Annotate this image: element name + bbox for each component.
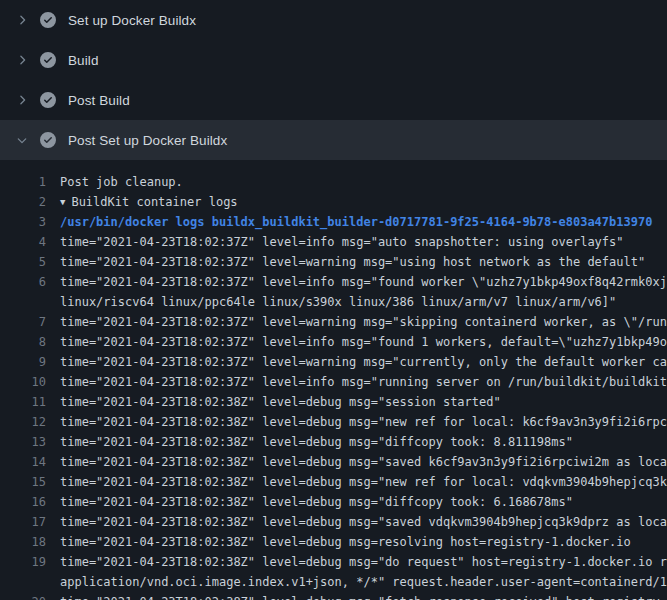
steps-list: Set up Docker Buildx Build Post Build bbox=[0, 0, 667, 160]
step-header[interactable]: Post Build bbox=[0, 80, 667, 120]
line-number[interactable]: 19 bbox=[0, 552, 46, 572]
line-number[interactable]: 7 bbox=[0, 312, 46, 332]
line-number[interactable]: 18 bbox=[0, 532, 46, 552]
check-circle-icon bbox=[40, 132, 56, 148]
line-number[interactable]: 16 bbox=[0, 492, 46, 512]
line-number[interactable]: 14 bbox=[0, 452, 46, 472]
line-number[interactable]: 12 bbox=[0, 412, 46, 432]
log-text: time="2021-04-23T18:02:37Z" level=warnin… bbox=[46, 352, 667, 372]
log-line: 4 time="2021-04-23T18:02:37Z" level=info… bbox=[0, 232, 667, 252]
log-text: time="2021-04-23T18:02:38Z" level=debug … bbox=[46, 592, 660, 600]
log-text: time="2021-04-23T18:02:38Z" level=debug … bbox=[46, 552, 667, 572]
log-text: time="2021-04-23T18:02:38Z" level=debug … bbox=[46, 492, 573, 512]
line-number[interactable]: 10 bbox=[0, 372, 46, 392]
log-line: 8 time="2021-04-23T18:02:37Z" level=info… bbox=[0, 332, 667, 352]
log-line: 6 time="2021-04-23T18:02:37Z" level=info… bbox=[0, 272, 667, 292]
log-line: 20 time="2021-04-23T18:02:38Z" level=deb… bbox=[0, 592, 667, 600]
step-header[interactable]: Build bbox=[0, 40, 667, 80]
log-text: time="2021-04-23T18:02:37Z" level=info m… bbox=[46, 332, 667, 352]
step-label: Post Set up Docker Buildx bbox=[68, 133, 227, 148]
log-line: 16 time="2021-04-23T18:02:38Z" level=deb… bbox=[0, 492, 667, 512]
line-number[interactable]: 8 bbox=[0, 332, 46, 352]
log-text: time="2021-04-23T18:02:37Z" level=info m… bbox=[46, 232, 624, 252]
log-line: 14 time="2021-04-23T18:02:38Z" level=deb… bbox=[0, 452, 667, 472]
step-label: Set up Docker Buildx bbox=[68, 13, 196, 28]
log-line: linux/riscv64 linux/ppc64le linux/s390x … bbox=[0, 292, 667, 312]
log-text: time="2021-04-23T18:02:38Z" level=debug … bbox=[46, 472, 667, 492]
workflow-log-viewer: Set up Docker Buildx Build Post Build bbox=[0, 0, 667, 600]
log-line: 13 time="2021-04-23T18:02:38Z" level=deb… bbox=[0, 432, 667, 452]
log-line: 19 time="2021-04-23T18:02:38Z" level=deb… bbox=[0, 552, 667, 572]
log-line: 7 time="2021-04-23T18:02:37Z" level=warn… bbox=[0, 312, 667, 332]
line-number[interactable]: 2 bbox=[0, 192, 46, 212]
chevron-icon[interactable] bbox=[14, 132, 30, 148]
log-text: time="2021-04-23T18:02:38Z" level=debug … bbox=[46, 432, 573, 452]
line-number[interactable]: 6 bbox=[0, 272, 46, 292]
log-text: Post job cleanup. bbox=[46, 172, 183, 192]
line-number[interactable]: 17 bbox=[0, 512, 46, 532]
log-line: 11 time="2021-04-23T18:02:38Z" level=deb… bbox=[0, 392, 667, 412]
log-text: time="2021-04-23T18:02:37Z" level=warnin… bbox=[46, 252, 645, 272]
check-circle-icon bbox=[40, 92, 56, 108]
step-header[interactable]: Set up Docker Buildx bbox=[0, 0, 667, 40]
check-circle-icon bbox=[40, 52, 56, 68]
log-line: 17 time="2021-04-23T18:02:38Z" level=deb… bbox=[0, 512, 667, 532]
line-number[interactable] bbox=[0, 292, 46, 312]
log-text: application/vnd.oci.image.index.v1+json,… bbox=[46, 572, 667, 592]
line-number[interactable]: 20 bbox=[0, 592, 46, 600]
step-label: Build bbox=[68, 53, 99, 68]
log-text: time="2021-04-23T18:02:38Z" level=debug … bbox=[46, 512, 667, 532]
log-line: application/vnd.oci.image.index.v1+json,… bbox=[0, 572, 667, 592]
log-line: 5 time="2021-04-23T18:02:37Z" level=warn… bbox=[0, 252, 667, 272]
log-text: time="2021-04-23T18:02:37Z" level=info m… bbox=[46, 272, 667, 292]
line-number[interactable]: 9 bbox=[0, 352, 46, 372]
line-number[interactable]: 4 bbox=[0, 232, 46, 252]
log-text: linux/riscv64 linux/ppc64le linux/s390x … bbox=[46, 292, 616, 312]
line-number[interactable]: 3 bbox=[0, 212, 46, 232]
log-lines: 1 Post job cleanup. 2 ▼ BuildKit contain… bbox=[0, 160, 667, 600]
log-text: time="2021-04-23T18:02:38Z" level=debug … bbox=[46, 412, 667, 432]
line-number[interactable]: 5 bbox=[0, 252, 46, 272]
chevron-icon[interactable] bbox=[14, 12, 30, 28]
log-text: time="2021-04-23T18:02:38Z" level=debug … bbox=[46, 532, 631, 552]
log-line: 1 Post job cleanup. bbox=[0, 172, 667, 192]
log-text: time="2021-04-23T18:02:38Z" level=debug … bbox=[46, 452, 667, 472]
line-number[interactable] bbox=[0, 572, 46, 592]
log-text: time="2021-04-23T18:02:38Z" level=debug … bbox=[46, 392, 501, 412]
step-header[interactable]: Post Set up Docker Buildx bbox=[0, 120, 667, 160]
log-line: 12 time="2021-04-23T18:02:38Z" level=deb… bbox=[0, 412, 667, 432]
line-number[interactable]: 15 bbox=[0, 472, 46, 492]
log-line: 15 time="2021-04-23T18:02:38Z" level=deb… bbox=[0, 472, 667, 492]
check-circle-icon bbox=[40, 12, 56, 28]
log-text: time="2021-04-23T18:02:37Z" level=info m… bbox=[46, 372, 667, 392]
line-number[interactable]: 11 bbox=[0, 392, 46, 412]
log-text: time="2021-04-23T18:02:37Z" level=warnin… bbox=[46, 312, 667, 332]
log-text: BuildKit container logs bbox=[65, 192, 237, 212]
group-caret-icon[interactable]: ▼ bbox=[46, 192, 65, 212]
chevron-icon[interactable] bbox=[14, 92, 30, 108]
log-line: 10 time="2021-04-23T18:02:37Z" level=inf… bbox=[0, 372, 667, 392]
log-line: 18 time="2021-04-23T18:02:38Z" level=deb… bbox=[0, 532, 667, 552]
chevron-icon[interactable] bbox=[14, 52, 30, 68]
log-line: 9 time="2021-04-23T18:02:37Z" level=warn… bbox=[0, 352, 667, 372]
log-line: 3 /usr/bin/docker logs buildx_buildkit_b… bbox=[0, 212, 667, 232]
line-number[interactable]: 13 bbox=[0, 432, 46, 452]
line-number[interactable]: 1 bbox=[0, 172, 46, 192]
log-line: 2 ▼ BuildKit container logs bbox=[0, 192, 667, 212]
step-label: Post Build bbox=[68, 93, 130, 108]
log-text: /usr/bin/docker logs buildx_buildkit_bui… bbox=[46, 212, 652, 232]
